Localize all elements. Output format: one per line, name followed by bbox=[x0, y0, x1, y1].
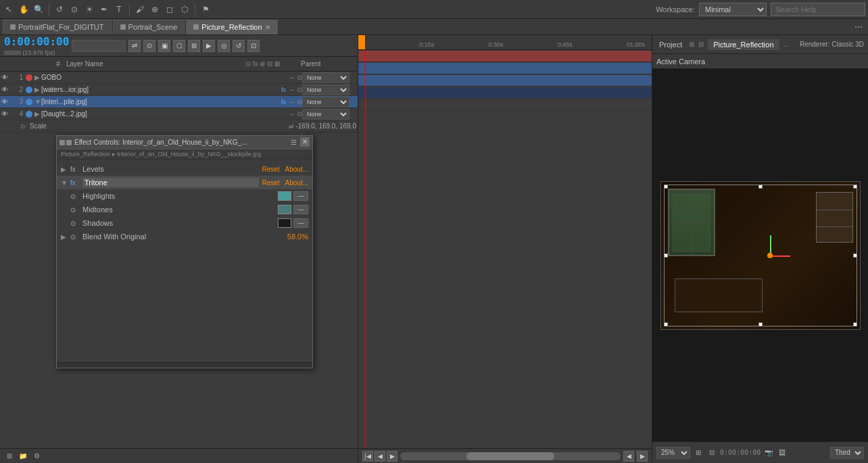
layer-4-parent[interactable]: None bbox=[302, 109, 356, 120]
layer-row-4[interactable]: 👁 4 ▶ [Daught...2.jpg] ↔ ⊙ None bbox=[0, 108, 358, 120]
shadows-swatch[interactable] bbox=[278, 218, 291, 228]
tab-picture-reflection[interactable]: Picture_Reflection ✕ bbox=[186, 20, 277, 34]
composition-name[interactable]: Picture_Reflection bbox=[708, 39, 779, 50]
audio-btn[interactable]: ◎ bbox=[218, 40, 230, 52]
nav-right-btn[interactable]: ▶ bbox=[637, 451, 648, 462]
layer-2-vis[interactable]: 👁 bbox=[1, 86, 12, 93]
rotate-tool-icon[interactable]: ↺ bbox=[53, 3, 66, 16]
layer-3-vis[interactable]: 👁 bbox=[1, 98, 12, 105]
blend-expand-icon[interactable]: ▶ bbox=[61, 233, 68, 241]
levels-reset-btn[interactable]: Reset bbox=[262, 166, 279, 173]
comp-options-btn[interactable]: ⊞ bbox=[689, 41, 694, 48]
handle-mr[interactable] bbox=[853, 253, 857, 258]
layer-1-parent[interactable]: None bbox=[302, 72, 356, 83]
track-block-1[interactable] bbox=[358, 51, 652, 62]
hand-tool-icon[interactable]: ✋ bbox=[18, 3, 30, 16]
play-btn[interactable]: ▶ bbox=[203, 40, 215, 52]
track-block-3[interactable] bbox=[358, 75, 652, 86]
show-snapshot-icon[interactable]: 🖼 bbox=[777, 447, 788, 458]
layer-4-vis[interactable]: 👁 bbox=[1, 110, 12, 118]
search-help-input[interactable] bbox=[771, 3, 865, 16]
nav-left-btn[interactable]: ◀ bbox=[623, 451, 634, 462]
levels-about-btn[interactable]: About... bbox=[285, 166, 308, 173]
text-tool-icon[interactable]: T bbox=[113, 3, 125, 16]
layer-2-expand[interactable]: ▶ bbox=[34, 86, 41, 93]
pen-tool-icon[interactable]: ✒ bbox=[98, 3, 110, 16]
loop-btn[interactable]: ↺ bbox=[233, 40, 245, 52]
fit-view-icon[interactable]: ⊞ bbox=[693, 447, 704, 458]
new-comp-icon[interactable]: ⊞ bbox=[4, 451, 15, 462]
layer-3-expand[interactable]: ▼ bbox=[34, 98, 41, 105]
safe-margins-icon[interactable]: ⊟ bbox=[706, 447, 717, 458]
folder-icon[interactable]: 📁 bbox=[18, 451, 28, 462]
zoom-select[interactable]: 25% 50% 100% bbox=[656, 447, 690, 459]
layer-4-parent-select[interactable]: None bbox=[302, 109, 349, 120]
scrollbar-thumb[interactable] bbox=[466, 452, 554, 460]
effect-close-btn[interactable]: ✕ bbox=[300, 137, 310, 147]
layer-row-1[interactable]: 👁 1 ▶ GOBO ↔ ⊙ None bbox=[0, 72, 358, 84]
prev-frame-btn[interactable]: ◀ bbox=[375, 451, 385, 462]
comp-btn[interactable]: ⬡ bbox=[173, 40, 185, 52]
layer-2-parent[interactable]: None bbox=[302, 84, 356, 95]
levels-expand-icon[interactable]: ▶ bbox=[61, 166, 68, 173]
scale-value-text[interactable]: -169.0, 169.0, 169.0 bbox=[295, 122, 356, 130]
brush-tool-icon[interactable]: 🖌 bbox=[134, 3, 146, 16]
select-tool-icon[interactable]: ↖ bbox=[3, 3, 15, 16]
layer-row-2[interactable]: 👁 2 ▶ [waters...ior.jpg] fx ↔ ⊙ None bbox=[0, 84, 358, 96]
track-block-4[interactable] bbox=[358, 87, 652, 98]
tab-close-picture-reflection[interactable]: ✕ bbox=[265, 24, 270, 31]
effect-levels-row[interactable]: ▶ fx Levels Reset About... bbox=[57, 162, 312, 176]
tritone-reset-btn[interactable]: Reset bbox=[262, 179, 279, 187]
handle-tm[interactable] bbox=[758, 185, 763, 189]
play-pause-btn[interactable]: ▶ bbox=[387, 451, 397, 462]
work-area-btn[interactable]: ⊞ bbox=[188, 40, 200, 52]
snapshot-icon[interactable]: 📷 bbox=[763, 447, 774, 458]
effect-scrollbar[interactable] bbox=[57, 362, 312, 368]
settings-icon[interactable]: ⚙ bbox=[31, 451, 42, 462]
timecode-display[interactable]: 0:00:00:00 bbox=[4, 35, 69, 48]
view-select[interactable]: Third Active Camera bbox=[830, 447, 864, 459]
comp-more-btn[interactable]: ... bbox=[783, 41, 789, 48]
track-block-2[interactable] bbox=[358, 63, 652, 74]
camera-tool-icon[interactable]: ⊙ bbox=[68, 3, 80, 16]
blend-value[interactable]: 58.0% bbox=[287, 233, 308, 241]
timeline-search-input[interactable] bbox=[72, 40, 126, 52]
effect-menu-icon[interactable]: ☰ bbox=[288, 137, 299, 148]
tritone-about-btn[interactable]: About... bbox=[285, 179, 308, 187]
effect-blend-row[interactable]: ▶ ⊙ Blend With Original 58.0% bbox=[57, 230, 312, 243]
shadows-reset-btn[interactable]: — bbox=[293, 218, 308, 228]
layer-row-3[interactable]: 👁 3 ▼ [Interi...pile.jpg] fx ↔ ⊙ None bbox=[0, 96, 358, 108]
tab-portrait-flat[interactable]: PortraitFlat_For_DIGITUT bbox=[3, 20, 112, 34]
clone-tool-icon[interactable]: ⊕ bbox=[149, 3, 161, 16]
stagger-btn[interactable]: ⇌ bbox=[128, 40, 141, 52]
midtones-reset-btn[interactable]: — bbox=[293, 205, 308, 214]
highlights-reset-btn[interactable]: — bbox=[293, 191, 308, 201]
handle-tl[interactable] bbox=[664, 185, 668, 189]
layer-1-vis[interactable]: 👁 bbox=[1, 74, 12, 81]
eraser-tool-icon[interactable]: ◻ bbox=[164, 3, 176, 16]
layer-3-parent-select[interactable]: None bbox=[302, 97, 349, 107]
midtones-swatch[interactable] bbox=[278, 205, 291, 214]
layer-4-expand[interactable]: ▶ bbox=[34, 110, 41, 118]
chart-btn[interactable]: ⊡ bbox=[247, 40, 260, 52]
handle-tr[interactable] bbox=[853, 185, 857, 189]
timeline-scrollbar[interactable] bbox=[400, 452, 621, 460]
project-tab[interactable]: Project bbox=[656, 39, 685, 50]
highlights-swatch[interactable] bbox=[278, 191, 291, 201]
workspace-select[interactable]: Minimal Standard bbox=[699, 3, 767, 16]
roto-tool-icon[interactable]: ⬡ bbox=[178, 3, 191, 16]
tritone-expand-icon[interactable]: ▼ bbox=[61, 179, 68, 187]
puppet-tool-icon[interactable]: ⚑ bbox=[199, 3, 212, 16]
layer-1-parent-select[interactable]: None bbox=[302, 72, 349, 83]
zoom-tool-icon[interactable]: 🔍 bbox=[32, 3, 45, 16]
layer-3-parent[interactable]: None bbox=[302, 97, 356, 107]
handle-bm[interactable] bbox=[758, 322, 763, 326]
light-tool-icon[interactable]: ☀ bbox=[83, 3, 95, 16]
comp-options-btn2[interactable]: ⊟ bbox=[698, 41, 704, 48]
frame-btn[interactable]: ▣ bbox=[158, 40, 170, 52]
handle-ml[interactable] bbox=[664, 253, 668, 258]
handle-bl[interactable] bbox=[664, 322, 668, 326]
tab-expand-icon[interactable]: ⋯ bbox=[852, 22, 865, 32]
effect-tritone-row[interactable]: ▼ fx Tritone Reset About... bbox=[57, 176, 312, 189]
layer-1-expand[interactable]: ▶ bbox=[34, 74, 41, 81]
